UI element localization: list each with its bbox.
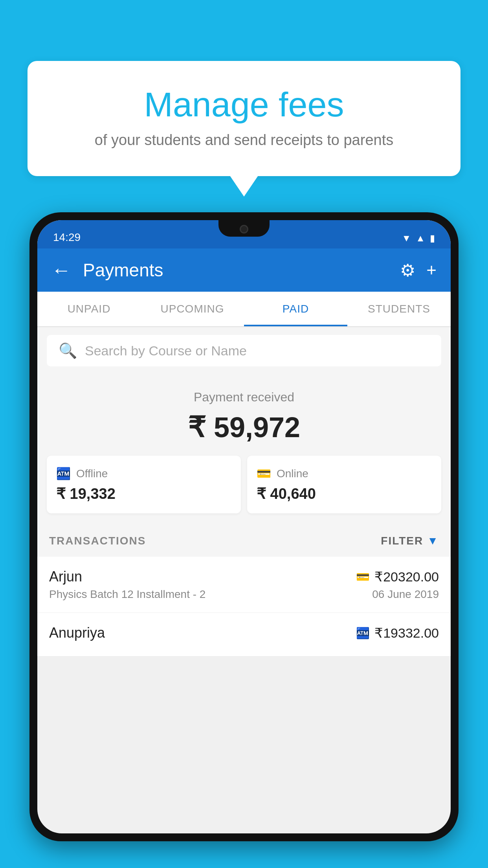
transaction-name: Arjun	[49, 568, 82, 585]
search-input[interactable]: 🔍 Search by Course or Name	[47, 335, 441, 366]
transaction-row-bottom-arjun: Physics Batch 12 Installment - 2 06 June…	[49, 588, 439, 601]
payment-received-label: Payment received	[47, 390, 441, 405]
phone-frame: 14:29 ▼ ▲ ▮ ← Payments ⚙ + UNPAID	[29, 212, 459, 841]
status-icons: ▼ ▲ ▮	[402, 233, 435, 244]
transactions-header: TRANSACTIONS FILTER ▼	[37, 525, 451, 557]
online-icon: 💳	[257, 467, 271, 480]
tab-unpaid[interactable]: UNPAID	[37, 292, 141, 326]
transactions-label: TRANSACTIONS	[49, 535, 146, 547]
transaction-amount: ₹19332.00	[374, 625, 439, 641]
search-container: 🔍 Search by Course or Name	[37, 327, 451, 374]
add-icon[interactable]: +	[426, 260, 437, 280]
transaction-row-top-arjun: Arjun 💳 ₹20320.00	[49, 568, 439, 585]
offline-payment-icon: 🏧	[356, 627, 370, 640]
online-amount: ₹ 40,640	[257, 485, 316, 502]
filter-icon: ▼	[427, 535, 439, 547]
transaction-list: Arjun 💳 ₹20320.00 Physics Batch 12 Insta…	[37, 557, 451, 657]
speech-bubble-container: Manage fees of your students and send re…	[28, 61, 460, 176]
offline-card-header: 🏧 Offline	[56, 467, 108, 480]
bubble-title: Manage fees	[59, 85, 429, 125]
app-title: Payments	[83, 259, 388, 281]
settings-icon[interactable]: ⚙	[400, 260, 415, 280]
bubble-subtitle: of your students and send receipts to pa…	[59, 132, 429, 149]
filter-button[interactable]: FILTER ▼	[381, 535, 439, 547]
signal-icon: ▲	[416, 233, 425, 244]
phone-screen: 14:29 ▼ ▲ ▮ ← Payments ⚙ + UNPAID	[37, 220, 451, 833]
app-bar-actions: ⚙ +	[400, 260, 437, 280]
transaction-date: 06 June 2019	[372, 588, 439, 601]
tab-paid[interactable]: PAID	[244, 292, 347, 326]
payment-cards: 🏧 Offline ₹ 19,332 💳 Online ₹ 40,640	[47, 456, 441, 513]
transaction-amount-container: 💳 ₹20320.00	[356, 569, 439, 585]
filter-label: FILTER	[381, 535, 423, 547]
speech-bubble: Manage fees of your students and send re…	[28, 61, 460, 176]
online-label: Online	[277, 467, 308, 480]
phone-container: 14:29 ▼ ▲ ▮ ← Payments ⚙ + UNPAID	[29, 212, 459, 868]
transaction-amount-container: 🏧 ₹19332.00	[356, 625, 439, 641]
online-card: 💳 Online ₹ 40,640	[247, 456, 441, 513]
transaction-row-top-anupriya: Anupriya 🏧 ₹19332.00	[49, 625, 439, 641]
back-button[interactable]: ←	[51, 259, 71, 281]
table-row[interactable]: Arjun 💳 ₹20320.00 Physics Batch 12 Insta…	[37, 557, 451, 613]
tab-students[interactable]: STUDENTS	[347, 292, 451, 326]
transaction-name: Anupriya	[49, 625, 105, 641]
table-row[interactable]: Anupriya 🏧 ₹19332.00	[37, 613, 451, 657]
payment-total-amount: ₹ 59,972	[47, 411, 441, 444]
phone-notch	[218, 220, 270, 237]
app-bar: ← Payments ⚙ +	[37, 248, 451, 292]
offline-label: Offline	[76, 467, 108, 480]
search-placeholder: Search by Course or Name	[85, 343, 247, 359]
offline-card: 🏧 Offline ₹ 19,332	[47, 456, 241, 513]
online-card-header: 💳 Online	[257, 467, 308, 480]
offline-icon: 🏧	[56, 467, 71, 480]
transaction-amount: ₹20320.00	[374, 569, 439, 585]
phone-camera	[240, 225, 248, 234]
wifi-icon: ▼	[402, 233, 411, 244]
search-icon: 🔍	[59, 342, 77, 359]
online-payment-icon: 💳	[356, 570, 370, 583]
transaction-course: Physics Batch 12 Installment - 2	[49, 588, 205, 601]
status-time: 14:29	[53, 231, 81, 244]
tabs-container: UNPAID UPCOMING PAID STUDENTS	[37, 292, 451, 327]
battery-icon: ▮	[430, 233, 435, 244]
payment-summary: Payment received ₹ 59,972 🏧 Offline ₹ 19…	[37, 374, 451, 525]
tab-upcoming[interactable]: UPCOMING	[141, 292, 244, 326]
offline-amount: ₹ 19,332	[56, 485, 116, 502]
